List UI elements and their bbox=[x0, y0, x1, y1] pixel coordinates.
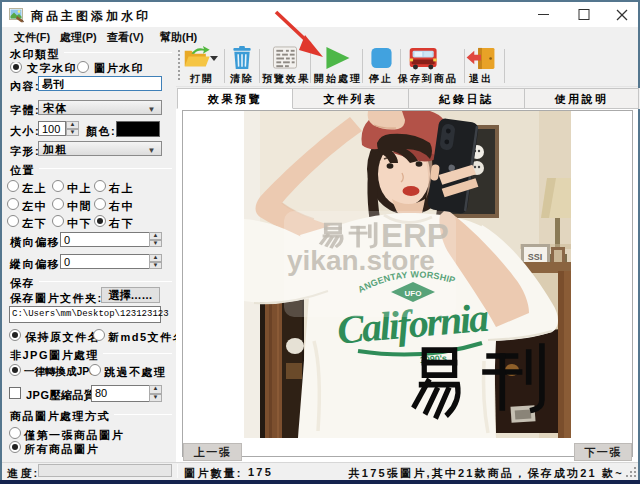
svg-text:SSI: SSI bbox=[528, 252, 543, 262]
svg-text:yikan.store: yikan.store bbox=[287, 245, 435, 276]
